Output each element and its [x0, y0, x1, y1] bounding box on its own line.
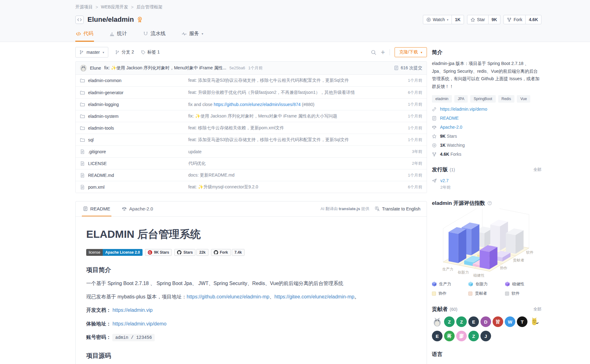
github-stars-badge[interactable]: Stars 22k — [174, 249, 208, 256]
tag-chip[interactable]: Vue — [517, 95, 530, 103]
file-name[interactable]: eladmin-generator — [80, 90, 188, 95]
github-fork-badge[interactable]: Fork 7.4k — [211, 249, 245, 256]
fork-count[interactable]: 4.6K — [525, 15, 541, 24]
commit-message[interactable]: fix and close https://github.com/elunez/… — [188, 102, 408, 107]
file-name[interactable]: README.md — [80, 173, 188, 178]
contributors-all-link[interactable]: 全部 — [533, 306, 541, 312]
release-version-link[interactable]: v2.7 — [440, 178, 448, 183]
website-link[interactable]: https://eladmin.vip/demo — [440, 107, 487, 112]
avatar[interactable]: 皆 — [493, 316, 503, 327]
watch-count[interactable]: 1K — [452, 15, 464, 24]
avatar[interactable]: 廖 — [456, 331, 467, 341]
avatar[interactable]: W — [505, 316, 515, 327]
avatar[interactable]: T — [517, 316, 527, 327]
tag-chip[interactable]: JPA — [454, 95, 468, 103]
file-name[interactable]: eladmin-logging — [80, 102, 188, 107]
star-count[interactable]: 9K — [488, 15, 500, 24]
tab-code[interactable]: 代码 — [75, 28, 94, 42]
license-link[interactable]: Apache-2.0 — [440, 125, 462, 130]
breadcrumb-item[interactable]: 后台管理框架 — [136, 4, 162, 10]
commit-message[interactable]: feat: 添加亚马逊S3协议云存储支持，移除七牛云相关代码和配置文件，更新Sq… — [188, 137, 408, 143]
avatar[interactable]: Z — [444, 316, 455, 327]
watch-button[interactable]: Watch ▾ 1K — [423, 15, 464, 24]
breadcrumb-item[interactable]: WEB应用开发 — [101, 4, 128, 10]
question-icon[interactable] — [487, 201, 492, 205]
file-name[interactable]: eladmin-tools — [80, 126, 188, 131]
commits-total-link[interactable]: 616 次提交 — [394, 65, 422, 71]
commit-message[interactable]: feat: 移除七牛云存储相关依赖，更新pom.xml文件 — [188, 125, 408, 131]
tab-pipeline[interactable]: 流水线 — [143, 28, 166, 42]
license-badge[interactable]: license Apache License 2.0 — [86, 249, 143, 256]
commit-message[interactable]: update — [188, 149, 412, 154]
avatar[interactable]: E — [432, 331, 442, 341]
gitee-stars-badge[interactable]: G 9K Stars — [145, 249, 172, 256]
clone-download-button[interactable]: 克隆/下载 ▾ — [395, 47, 427, 57]
avatar[interactable] — [80, 65, 87, 71]
avatar[interactable]: Z — [468, 331, 479, 341]
chart-legend: 生产力创新力稳健性协作贡献者软件 — [432, 281, 541, 296]
tag-chip[interactable]: SpringBoot — [470, 95, 495, 103]
avatar[interactable]: J — [480, 331, 491, 341]
avatar[interactable] — [432, 316, 442, 327]
watching-count[interactable]: 1K — [440, 143, 446, 148]
account-code: admin / 123456 — [112, 334, 155, 341]
stars-count[interactable]: 9K — [440, 134, 446, 139]
legend-label: 软件 — [512, 291, 520, 296]
demo-link[interactable]: https://eladmin.vip/demo — [112, 321, 166, 326]
branch-selector[interactable]: master ▾ — [75, 47, 108, 58]
translate-button[interactable]: Translate to English — [375, 206, 420, 211]
table-row: .gitignoreupdate3年前 — [76, 145, 427, 157]
chart-axis-label: 创新力 — [457, 270, 469, 274]
plus-icon[interactable]: + — [381, 50, 385, 55]
search-icon[interactable] — [371, 50, 376, 55]
page-title[interactable]: Elune/eladmin — [87, 16, 134, 24]
branches-link[interactable]: 分支 2 — [115, 49, 134, 55]
breadcrumb-item[interactable]: 开源项目 — [75, 4, 93, 10]
file-name[interactable]: eladmin-common — [80, 78, 188, 83]
tab-readme[interactable]: README — [82, 201, 111, 216]
commit-time: 3年前 — [412, 149, 422, 154]
forks-count[interactable]: 4.6K — [440, 152, 449, 157]
docs-link[interactable]: https://eladmin.vip — [112, 307, 152, 313]
issue-link[interactable]: https://github.com/elunez/eladmin/issues… — [214, 102, 301, 107]
avatar[interactable]: 蒋 — [444, 331, 455, 341]
intro-heading: 简介 — [432, 49, 541, 56]
tab-license[interactable]: Apache-2.0 — [121, 201, 154, 216]
avatar[interactable]: D — [480, 316, 491, 327]
file-name[interactable]: sql — [80, 137, 188, 142]
tab-statistics[interactable]: 统计 — [109, 28, 128, 42]
table-row: README.mddocs: 更新README.md1个月前 — [76, 169, 427, 181]
file-name[interactable]: LICENSE — [80, 161, 188, 166]
file-name[interactable]: pom.xml — [80, 185, 188, 190]
commit-message[interactable]: fix: ✨使用 Jackson 序列化对象时，Menu对象中 iFrame 属… — [188, 113, 408, 119]
releases-all-link[interactable]: 全部 — [533, 167, 541, 173]
star-button[interactable]: Star 9K — [467, 15, 501, 24]
commit-message[interactable]: fix: ✨使用 Jackson 序列化对象时，Menu对象中 iFrame 属… — [104, 65, 226, 71]
avatar[interactable]: Z — [456, 316, 467, 327]
tab-services[interactable]: 服务 ▾ — [181, 28, 204, 42]
scales-icon — [432, 125, 437, 130]
fork-button[interactable]: Fork 4.6K — [503, 15, 541, 24]
readme-card: README Apache-2.0 AI 翻译由 translate.js 提供… — [75, 201, 427, 364]
link-icon — [432, 107, 437, 112]
commit-message[interactable]: feat: 升级部分依赖于优化代码（升级fastjson2，不再兼容fastjs… — [188, 90, 408, 95]
commit-author[interactable]: Elune — [90, 66, 101, 71]
commit-sha[interactable]: 5e25ba6 — [229, 66, 245, 70]
tag-chip[interactable]: Redis — [498, 95, 515, 103]
file-name[interactable]: .gitignore — [80, 149, 188, 154]
avatar[interactable] — [529, 316, 540, 327]
readme-link[interactable]: README — [440, 116, 459, 121]
github-mp-link[interactable]: https://github.com/elunez/eladmin-mp — [187, 294, 269, 299]
gitee-mp-link[interactable]: https://gitee.com/elunez/eladmin-mp — [274, 294, 354, 299]
evaluation-section: eladmin 开源评估指数 生产力创新力稳健性协作贡献者软件 生产力创新力稳健… — [432, 200, 541, 296]
section-heading-intro: 项目简介 — [86, 266, 416, 274]
avatar[interactable]: E — [468, 316, 479, 327]
file-name[interactable]: eladmin-system — [80, 114, 188, 119]
tag-chip[interactable]: eladmin — [432, 95, 452, 103]
commit-message[interactable]: feat: ✨升级mysql-connector至9.2.0 — [188, 184, 408, 190]
tags-link[interactable]: 标签 1 — [141, 49, 160, 55]
tag-icon — [141, 50, 145, 54]
commit-message[interactable]: docs: 更新README.md — [188, 173, 408, 178]
commit-message[interactable]: feat: 添加亚马逊S3协议云存储支持，移除七牛云相关代码和配置文件，更新Sq… — [188, 78, 408, 83]
commit-message[interactable]: 代码优化 — [188, 161, 412, 166]
